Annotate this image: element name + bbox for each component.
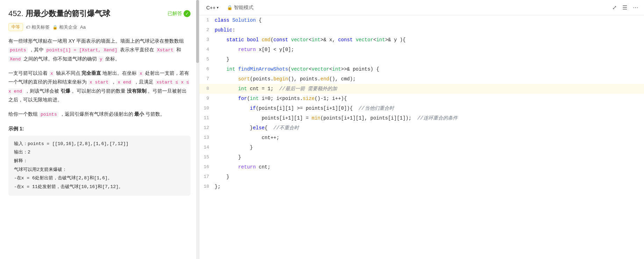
code-editor[interactable]: 1class Solution {2public:3 static bool c… [199, 15, 644, 259]
related-tags-label: 相关标签 [31, 24, 50, 30]
line-number: 15 [201, 152, 215, 162]
font-size-label: Aa [80, 24, 86, 30]
problem-title-text: 452. 用最少数量的箭引爆气球 [8, 8, 167, 19]
line-content[interactable]: return x[0] < y[0]; [215, 45, 643, 55]
right-panel: C++ ▾ 🔒 智能模式 ⤢ ☰ ⋯ 1class Solution {2pub… [199, 0, 644, 259]
related-tags-btn[interactable]: 🏷 相关标签 [26, 24, 50, 30]
left-scrollbar-thumb[interactable] [196, 0, 199, 63]
code-line: 3 static bool cmd(const vector<int>& x, … [199, 35, 644, 45]
example-explanation-2: -在x = 6处射出箭，击破气球[2,8]和[1,6]。 [14, 174, 185, 183]
code-line: 4 return x[0] < y[0]; [199, 45, 644, 55]
code-line: 8 int cnt = 1; //最后一箭 需要额外的加 [199, 84, 644, 94]
line-content[interactable]: int cnt = 1; //最后一箭 需要额外的加 [215, 84, 643, 94]
problem-description-1: 有一些球形气球贴在一堵用 XY 平面表示的墙面上。墙面上的气球记录在整数数组 p… [8, 37, 191, 63]
line-number: 4 [201, 45, 215, 55]
line-number: 10 [201, 103, 215, 113]
line-number: 6 [201, 64, 215, 74]
example-box: 输入：points = [[10,16],[2,8],[1,6],[7,12]]… [8, 136, 191, 196]
line-number: 8 [201, 84, 215, 94]
problem-title-row: 452. 用最少数量的箭引爆气球 已解答 ✓ [8, 8, 191, 19]
line-number: 13 [201, 133, 215, 143]
menu-icon[interactable]: ☰ [621, 3, 629, 12]
line-content[interactable]: } [215, 55, 643, 64]
problem-number: 452. [8, 9, 23, 18]
expand-icon[interactable]: ⤢ [611, 3, 618, 12]
code-line: 17 } [199, 172, 644, 182]
line-content[interactable]: points[i+1][1] = min(points[i+1][1], poi… [215, 113, 643, 123]
line-number: 12 [201, 123, 215, 133]
line-number: 16 [201, 162, 215, 172]
left-scrollbar[interactable] [196, 0, 199, 259]
smart-mode-toggle[interactable]: 🔒 智能模式 [227, 5, 253, 11]
line-number: 9 [201, 94, 215, 103]
left-content: 452. 用最少数量的箭引爆气球 已解答 ✓ 中等 🏷 相关标签 🔒 相关企业 … [0, 0, 199, 259]
code-line: 6 int findMinArrowShots(vector<vector<in… [199, 64, 644, 74]
solved-label: 已解答 [167, 10, 182, 17]
solved-badge: 已解答 ✓ [167, 10, 191, 17]
line-number: 18 [201, 182, 215, 192]
example-explanation-1: 气球可以用2支箭来爆破： [14, 166, 185, 174]
line-content[interactable]: sort(points.begin(), points.end(), cmd); [215, 74, 643, 84]
line-number: 5 [201, 55, 215, 64]
chevron-down-icon: ▾ [217, 6, 219, 9]
code-line: 16 return cnt; [199, 162, 644, 172]
line-content[interactable]: } [215, 143, 643, 152]
code-line: 11 points[i+1][1] = min(points[i+1][1], … [199, 113, 644, 123]
code-line: 7 sort(points.begin(), points.end(), cmd… [199, 74, 644, 84]
example-input: 输入：points = [[10,16],[2,8],[1,6],[7,12]] [14, 140, 185, 149]
code-line: 18}; [199, 182, 644, 192]
lock-icon: 🔒 [227, 5, 232, 10]
solved-check-icon: ✓ [184, 10, 191, 17]
line-content[interactable]: } [215, 172, 643, 182]
tags-row: 中等 🏷 相关标签 🔒 相关企业 Aa [8, 23, 191, 31]
code-line: 10 if(points[i][1] >= points[i+1][0]){ /… [199, 103, 644, 113]
editor-toolbar: C++ ▾ 🔒 智能模式 ⤢ ☰ ⋯ [199, 0, 644, 15]
tag-icon: 🏷 [26, 25, 30, 30]
difficulty-tag[interactable]: 中等 [8, 23, 23, 31]
example-explanation-3: -在x = 11处发射箭，击破气球[10,16]和[7,12]。 [14, 183, 185, 192]
language-selector[interactable]: C++ ▾ [203, 3, 221, 12]
line-number: 2 [201, 25, 215, 35]
line-content[interactable]: static bool cmd(const vector<int>& x, co… [215, 35, 643, 45]
problem-description-3: 给你一个数组 points ，返回引爆所有气球所必须射出的 最小 弓箭数。 [8, 110, 191, 118]
line-content[interactable]: }else{ //不重合时 [215, 123, 643, 133]
company-icon: 🔒 [52, 25, 58, 30]
code-line: 5 } [199, 55, 644, 64]
code-line: 9 for(int i=0; i<points.size()-1; i++){ [199, 94, 644, 103]
line-content[interactable]: cnt++; [215, 133, 643, 143]
example-explanation-title: 解释： [14, 157, 185, 166]
line-number: 1 [201, 15, 215, 25]
related-company-btn[interactable]: 🔒 相关企业 [52, 24, 77, 30]
example-title: 示例 1: [8, 126, 191, 132]
line-number: 14 [201, 143, 215, 152]
line-content[interactable]: class Solution { [215, 15, 643, 25]
code-line: 1class Solution { [199, 15, 644, 25]
toolbar-right: ⤢ ☰ ⋯ [611, 3, 640, 12]
line-content[interactable]: return cnt; [215, 162, 643, 172]
code-line: 12 }else{ //不重合时 [199, 123, 644, 133]
line-content[interactable]: if(points[i][1] >= points[i+1][0]){ //当他… [215, 103, 643, 113]
code-line: 2public: [199, 25, 644, 35]
code-line: 13 cnt++; [199, 133, 644, 143]
line-content[interactable]: public: [215, 25, 643, 35]
more-icon[interactable]: ⋯ [631, 3, 640, 12]
left-panel: 452. 用最少数量的箭引爆气球 已解答 ✓ 中等 🏷 相关标签 🔒 相关企业 … [0, 0, 199, 259]
example-output: 输出：2 [14, 148, 185, 157]
line-content[interactable]: } [215, 152, 643, 162]
problem-description-2: 一支弓箭可以沿着 x 轴从不同点 完全垂直 地射出。在坐标 x 处射出一支箭，若… [8, 69, 191, 104]
line-number: 11 [201, 113, 215, 123]
language-label: C++ [206, 5, 215, 10]
line-content[interactable]: int findMinArrowShots(vector<vector<int>… [215, 64, 643, 74]
line-number: 3 [201, 35, 215, 45]
line-number: 17 [201, 172, 215, 182]
code-line: 14 } [199, 143, 644, 152]
code-line: 15 } [199, 152, 644, 162]
line-content[interactable]: for(int i=0; i<points.size()-1; i++){ [215, 94, 643, 103]
line-content[interactable]: }; [215, 182, 643, 192]
smart-mode-label: 智能模式 [234, 5, 253, 11]
line-number: 7 [201, 74, 215, 84]
related-company-label: 相关企业 [59, 24, 77, 30]
font-size-btn[interactable]: Aa [80, 24, 86, 30]
problem-name: 用最少数量的箭引爆气球 [26, 9, 110, 18]
